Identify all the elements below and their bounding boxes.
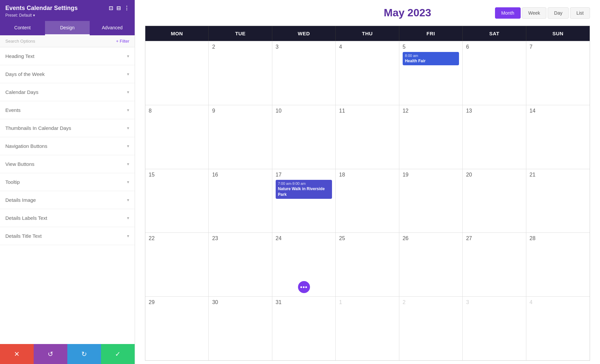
calendar-days-header: MON TUE WED THU FRI SAT SUN <box>145 26 590 41</box>
chevron-down-icon: ▾ <box>127 197 129 202</box>
section-tooltip[interactable]: Tooltip ▾ <box>0 173 135 191</box>
redo-button[interactable]: ↻ <box>67 344 101 364</box>
cal-cell[interactable]: 13 <box>463 105 526 169</box>
section-details-image[interactable]: Details Image ▾ <box>0 191 135 209</box>
cal-cell[interactable]: 12 <box>399 105 463 169</box>
cal-cell[interactable]: 29 <box>145 297 209 360</box>
cal-cell[interactable]: 16 <box>209 169 272 233</box>
section-details-labels[interactable]: Details Labels Text ▾ <box>0 209 135 227</box>
cal-cell[interactable]: 6 <box>463 41 526 105</box>
more-events-button[interactable]: ••• <box>298 281 310 293</box>
tab-advanced[interactable]: Advanced <box>90 21 135 35</box>
close-button[interactable]: ✕ <box>0 344 34 364</box>
cal-cell[interactable]: 15 <box>145 169 209 233</box>
sidebar-header: Events Calendar Settings ⊡ ⊟ ⋮ Preset: D… <box>0 0 135 21</box>
section-details-title[interactable]: Details Title Text ▾ <box>0 227 135 245</box>
tab-content[interactable]: Content <box>0 21 45 35</box>
day-header-sat: SAT <box>463 26 526 41</box>
section-nav-buttons[interactable]: Navigation Buttons ▾ <box>0 137 135 155</box>
sidebar: Events Calendar Settings ⊡ ⊟ ⋮ Preset: D… <box>0 0 135 364</box>
cal-cell[interactable]: 26 <box>399 233 463 296</box>
expand-icon[interactable]: ⊟ <box>116 5 121 11</box>
cal-cell[interactable] <box>145 41 209 105</box>
preset-label[interactable]: Preset: Default ▾ <box>5 13 129 18</box>
cal-cell[interactable]: 1 <box>336 297 399 360</box>
cal-cell[interactable]: 11 <box>336 105 399 169</box>
section-heading-text-label: Heading Text <box>5 53 34 59</box>
cal-cell[interactable]: 7 <box>526 41 590 105</box>
view-month-button[interactable]: Month <box>495 7 521 19</box>
search-options-label: Search Options <box>5 39 35 44</box>
event-nature-walk[interactable]: 7:00 am-9:00 am Nature Walk in Riverside… <box>276 180 332 199</box>
cal-cell[interactable]: 21 <box>526 169 590 233</box>
day-header-mon: MON <box>145 26 209 41</box>
section-days-of-week[interactable]: Days of the Week ▾ <box>0 65 135 83</box>
event-health-fair[interactable]: 8:00 am Health Fair <box>403 52 459 65</box>
calendar-grid: MON TUE WED THU FRI SAT SUN 2 3 4 5 8:00… <box>145 26 590 361</box>
calendar-row: 2 3 4 5 8:00 am Health Fair 6 7 <box>145 41 590 105</box>
sidebar-tabs: Content Design Advanced <box>0 21 135 35</box>
cal-cell[interactable]: 30 <box>209 297 272 360</box>
view-list-button[interactable]: List <box>570 7 590 19</box>
cal-cell[interactable]: 20 <box>463 169 526 233</box>
sidebar-actions: ✕ ↺ ↻ ✓ <box>0 344 135 364</box>
calendar-header: May 2023 Month Week Day List <box>145 7 590 19</box>
section-calendar-days[interactable]: Calendar Days ▾ <box>0 83 135 101</box>
section-heading-text[interactable]: Heading Text ▾ <box>0 47 135 65</box>
cal-cell[interactable]: 3 <box>463 297 526 360</box>
cal-cell[interactable]: 22 <box>145 233 209 296</box>
section-thumbnails-label: Thumbnails In Calendar Days <box>5 125 71 131</box>
cal-cell-5[interactable]: 5 8:00 am Health Fair <box>399 41 463 105</box>
cal-cell[interactable]: 3 <box>272 41 336 105</box>
section-calendar-days-label: Calendar Days <box>5 89 38 95</box>
view-day-button[interactable]: Day <box>548 7 569 19</box>
section-details-image-label: Details Image <box>5 197 36 203</box>
cal-cell-24[interactable]: 24 ••• <box>272 233 336 296</box>
cal-cell[interactable]: 31 <box>272 297 336 360</box>
cal-cell[interactable]: 18 <box>336 169 399 233</box>
calendar-main: May 2023 Month Week Day List MON TUE WED… <box>135 0 600 364</box>
cal-cell[interactable]: 14 <box>526 105 590 169</box>
day-header-sun: SUN <box>526 26 590 41</box>
cal-cell[interactable]: 27 <box>463 233 526 296</box>
chevron-down-icon: ▾ <box>127 180 129 184</box>
section-days-of-week-label: Days of the Week <box>5 71 45 77</box>
save-button[interactable]: ✓ <box>101 344 135 364</box>
chevron-down-icon: ▾ <box>127 72 129 77</box>
section-view-buttons[interactable]: View Buttons ▾ <box>0 155 135 173</box>
cal-cell[interactable]: 8 <box>145 105 209 169</box>
day-header-fri: FRI <box>399 26 463 41</box>
section-events[interactable]: Events ▾ <box>0 101 135 119</box>
filter-button[interactable]: + Filter <box>116 39 129 44</box>
cal-cell[interactable]: 2 <box>209 41 272 105</box>
calendar-row: 22 23 24 ••• 25 26 27 28 <box>145 232 590 296</box>
chevron-down-icon: ▾ <box>127 144 129 149</box>
cal-cell[interactable]: 28 <box>526 233 590 296</box>
chevron-down-icon: ▾ <box>127 108 129 113</box>
cal-cell[interactable]: 9 <box>209 105 272 169</box>
sidebar-sections: Heading Text ▾ Days of the Week ▾ Calend… <box>0 47 135 344</box>
tab-design[interactable]: Design <box>45 21 90 35</box>
day-header-wed: WED <box>272 26 336 41</box>
more-options-icon[interactable]: ⋮ <box>124 5 129 11</box>
minimize-icon[interactable]: ⊡ <box>109 5 113 11</box>
cal-cell[interactable]: 4 <box>336 41 399 105</box>
section-thumbnails[interactable]: Thumbnails In Calendar Days ▾ <box>0 119 135 137</box>
sidebar-title-text: Events Calendar Settings <box>5 5 78 12</box>
section-events-label: Events <box>5 107 21 113</box>
cal-cell[interactable]: 4 <box>526 297 590 360</box>
cal-cell-17[interactable]: 17 7:00 am-9:00 am Nature Walk in Rivers… <box>272 169 336 233</box>
cal-cell[interactable]: 25 <box>336 233 399 296</box>
calendar-row: 29 30 31 1 2 3 4 <box>145 296 590 360</box>
cal-cell[interactable]: 2 <box>399 297 463 360</box>
cal-cell[interactable]: 10 <box>272 105 336 169</box>
calendar-row: 8 9 10 11 12 13 14 <box>145 105 590 169</box>
cal-cell[interactable]: 23 <box>209 233 272 296</box>
undo-button[interactable]: ↺ <box>34 344 67 364</box>
section-view-buttons-label: View Buttons <box>5 161 34 167</box>
sidebar-title-row: Events Calendar Settings ⊡ ⊟ ⋮ <box>5 5 129 12</box>
chevron-down-icon: ▾ <box>127 54 129 59</box>
view-week-button[interactable]: Week <box>522 7 547 19</box>
cal-cell[interactable]: 19 <box>399 169 463 233</box>
chevron-down-icon: ▾ <box>127 126 129 131</box>
